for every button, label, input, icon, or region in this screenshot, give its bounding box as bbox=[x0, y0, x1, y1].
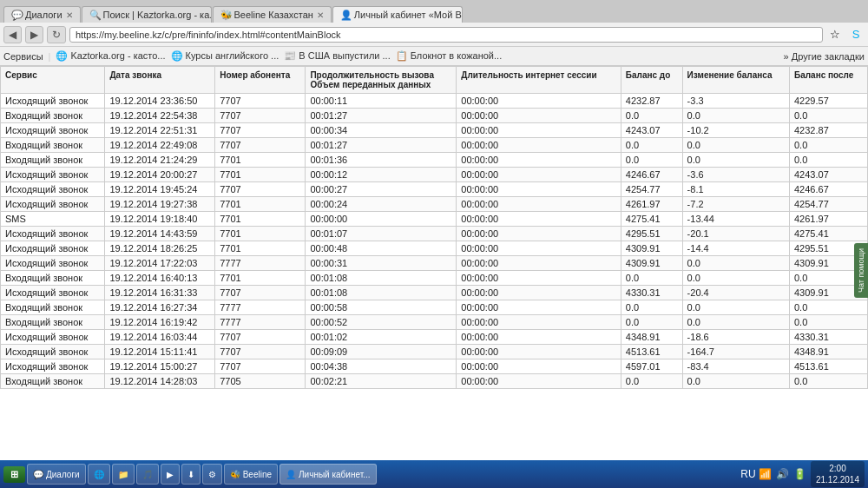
tab-beeline[interactable]: 🐝 Beeline Казахстан ✕ bbox=[213, 6, 332, 23]
tab-icon-dialogi: 💬 bbox=[11, 10, 22, 20]
cell-12-6: 0.0 bbox=[682, 271, 789, 286]
tray-network[interactable]: 📶 bbox=[759, 467, 773, 481]
cell-11-2: 7777 bbox=[215, 256, 306, 271]
taskbar-item-file[interactable]: 📁 bbox=[112, 464, 135, 485]
table-row: Входящий звонок19.12.2014 16:19:42777700… bbox=[1, 315, 868, 330]
taskbar-dialogi-icon: 💬 bbox=[33, 470, 43, 479]
bookmark-notepad[interactable]: 📋 Блокнот в кожаной... bbox=[396, 50, 502, 62]
taskbar-settings-icon: ⚙ bbox=[208, 470, 216, 479]
cell-0-5: 4232.87 bbox=[621, 94, 682, 109]
taskbar-item-dialogi[interactable]: 💬 Диалоги bbox=[27, 464, 86, 485]
cell-12-2: 7701 bbox=[215, 271, 306, 286]
tab-bar: 💬 Диалоги ✕ 🔍 Поиск | Kaztorka.org - ка.… bbox=[0, 0, 868, 23]
cell-13-3: 00:01:08 bbox=[306, 286, 457, 300]
cell-18-5: 4597.01 bbox=[621, 359, 682, 374]
cell-3-2: 7707 bbox=[215, 138, 306, 153]
cell-19-0: Входящий звонок bbox=[1, 374, 105, 389]
taskbar-file-icon: 📁 bbox=[118, 470, 128, 479]
taskbar-item-cabinet[interactable]: 👤 Личный кабинет... bbox=[279, 464, 376, 485]
cell-17-7: 4348.91 bbox=[790, 345, 868, 359]
cell-13-1: 19.12.2014 16:31:33 bbox=[105, 286, 215, 300]
taskbar-item-media[interactable]: 🎵 bbox=[136, 464, 159, 485]
cell-12-3: 00:01:08 bbox=[306, 271, 457, 286]
cell-5-2: 7701 bbox=[215, 168, 306, 182]
cell-19-2: 7705 bbox=[215, 374, 306, 389]
cell-13-4: 00:00:00 bbox=[457, 286, 621, 300]
taskbar-tray: RU 📶 🔊 🔋 2:00 21.12.2014 bbox=[741, 461, 865, 487]
bookmark-courses[interactable]: 🌐 Курсы английского ... bbox=[171, 50, 279, 62]
table-row: Исходящий звонок19.12.2014 23:36:5077070… bbox=[1, 94, 868, 109]
cell-19-3: 00:02:21 bbox=[306, 374, 457, 389]
refresh-button[interactable]: ↻ bbox=[47, 26, 66, 43]
cell-14-2: 7777 bbox=[215, 300, 306, 315]
cell-2-7: 4232.87 bbox=[790, 123, 868, 138]
bookmark-usa[interactable]: 📰 В США выпустили ... bbox=[284, 50, 390, 62]
cell-19-5: 0.0 bbox=[621, 374, 682, 389]
cell-0-6: -3.3 bbox=[682, 94, 789, 109]
table-row: Исходящий звонок19.12.2014 16:03:4477070… bbox=[1, 330, 868, 345]
taskbar-item-beeline[interactable]: 🐝 Beeline bbox=[224, 464, 278, 485]
taskbar-item-dl[interactable]: ⬇ bbox=[181, 464, 201, 485]
forward-button[interactable]: ▶ bbox=[25, 26, 43, 43]
taskbar-clock[interactable]: 2:00 21.12.2014 bbox=[811, 461, 865, 487]
cell-12-0: Входящий звонок bbox=[1, 271, 105, 286]
cell-2-0: Исходящий звонок bbox=[1, 123, 105, 138]
address-bar[interactable] bbox=[69, 27, 823, 43]
cell-12-1: 19.12.2014 16:40:13 bbox=[105, 271, 215, 286]
cell-0-1: 19.12.2014 23:36:50 bbox=[105, 94, 215, 109]
main-content: Сервис Дата звонка Номер абонента Продол… bbox=[0, 66, 868, 488]
cell-6-5: 4254.77 bbox=[621, 182, 682, 197]
tray-battery[interactable]: 🔋 bbox=[793, 467, 807, 481]
cell-0-7: 4229.57 bbox=[790, 94, 868, 109]
cell-4-2: 7701 bbox=[215, 153, 306, 168]
cell-11-5: 4309.91 bbox=[621, 256, 682, 271]
taskbar-item-chrome[interactable]: 🌐 bbox=[88, 464, 110, 485]
taskbar-beeline-icon: 🐝 bbox=[230, 470, 240, 479]
cell-6-7: 4246.67 bbox=[790, 182, 868, 197]
cell-9-3: 00:01:07 bbox=[306, 227, 457, 241]
tab-close-beeline[interactable]: ✕ bbox=[317, 10, 324, 20]
cell-19-1: 19.12.2014 14:28:03 bbox=[105, 374, 215, 389]
cell-11-1: 19.12.2014 17:22:03 bbox=[105, 256, 215, 271]
cell-14-4: 00:00:00 bbox=[457, 300, 621, 315]
cell-15-4: 00:00:00 bbox=[457, 315, 621, 330]
cell-18-2: 7707 bbox=[215, 359, 306, 374]
taskbar-item-player[interactable]: ▶ bbox=[161, 464, 180, 485]
star-icon[interactable]: ☆ bbox=[826, 26, 844, 43]
cell-2-1: 19.12.2014 22:51:31 bbox=[105, 123, 215, 138]
cell-10-0: Исходящий звонок bbox=[1, 241, 105, 256]
cell-10-3: 00:00:48 bbox=[306, 241, 457, 256]
taskbar-item-settings[interactable]: ⚙ bbox=[202, 464, 222, 485]
cell-8-0: SMS bbox=[1, 212, 105, 227]
cell-8-1: 19.12.2014 19:18:40 bbox=[105, 212, 215, 227]
cell-3-1: 19.12.2014 22:49:08 bbox=[105, 138, 215, 153]
cell-5-4: 00:00:00 bbox=[457, 168, 621, 182]
cell-2-6: -10.2 bbox=[682, 123, 789, 138]
cell-15-2: 7777 bbox=[215, 315, 306, 330]
tab-close-dialogi[interactable]: ✕ bbox=[66, 10, 73, 20]
skype-icon[interactable]: S bbox=[847, 26, 865, 43]
start-button[interactable]: ⊞ bbox=[3, 466, 25, 483]
tray-volume[interactable]: 🔊 bbox=[776, 467, 790, 481]
bookmark-services[interactable]: Сервисы bbox=[3, 51, 43, 62]
table-row: Входящий звонок19.12.2014 22:54:38770700… bbox=[1, 109, 868, 123]
cell-15-6: 0.0 bbox=[682, 315, 789, 330]
tray-lang[interactable]: RU bbox=[741, 467, 755, 481]
cell-17-0: Исходящий звонок bbox=[1, 345, 105, 359]
tab-cabinet[interactable]: 👤 Личный кабинет «Мой B... ✕ bbox=[332, 6, 463, 23]
cell-15-3: 00:00:52 bbox=[306, 315, 457, 330]
bookmark-kaztorka[interactable]: 🌐 Kaztorka.org - касто... bbox=[56, 50, 165, 62]
table-row: Исходящий звонок19.12.2014 14:43:5977010… bbox=[1, 227, 868, 241]
cell-8-4: 00:00:00 bbox=[457, 212, 621, 227]
tab-search[interactable]: 🔍 Поиск | Kaztorka.org - ка... ✕ bbox=[82, 6, 212, 23]
back-button[interactable]: ◀ bbox=[3, 26, 22, 43]
cell-17-2: 7707 bbox=[215, 345, 306, 359]
helper-tab[interactable]: Чат помощи bbox=[854, 243, 868, 298]
col-header-balance-before: Баланс до bbox=[621, 67, 682, 94]
cell-18-0: Исходящий звонок bbox=[1, 359, 105, 374]
cell-14-3: 00:00:58 bbox=[306, 300, 457, 315]
cell-11-0: Исходящий звонок bbox=[1, 256, 105, 271]
cell-18-3: 00:04:38 bbox=[306, 359, 457, 374]
tab-dialogi[interactable]: 💬 Диалоги ✕ bbox=[3, 6, 81, 23]
bookmark-other[interactable]: » Другие закладки bbox=[784, 51, 865, 62]
